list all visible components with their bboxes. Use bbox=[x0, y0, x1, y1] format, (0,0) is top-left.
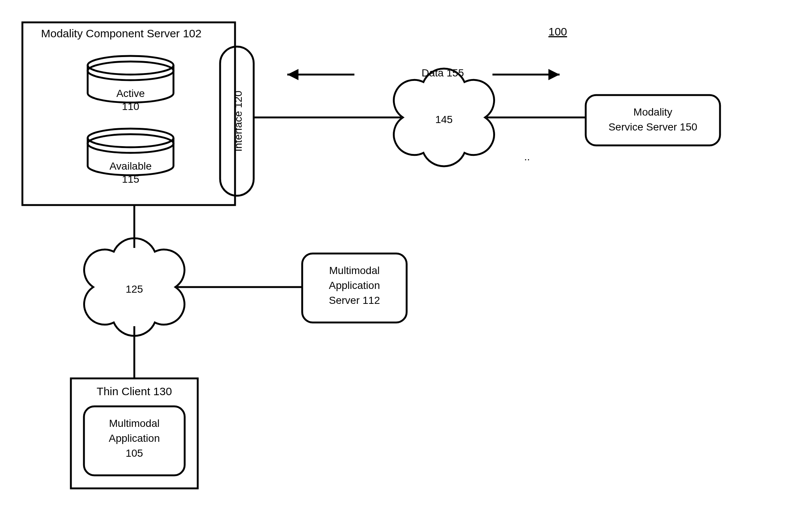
cloud-145-label: 145 bbox=[435, 114, 453, 125]
modality-service-line1: Modality bbox=[633, 106, 672, 118]
db-active-num: 110 bbox=[122, 101, 140, 112]
cloud-145: 145 bbox=[394, 69, 494, 166]
svg-point-2 bbox=[88, 129, 173, 147]
artifact-dots: .. bbox=[524, 151, 530, 163]
arrow-right-head bbox=[548, 69, 560, 80]
cloud-125: 125 bbox=[84, 238, 185, 336]
app-line2: Application bbox=[109, 432, 160, 444]
svg-point-3 bbox=[88, 134, 173, 153]
mas-line1: Multimodal bbox=[329, 265, 379, 276]
db-available: Available 115 bbox=[88, 129, 173, 185]
modality-component-server-title: Modality Component Server 102 bbox=[41, 27, 201, 40]
db-available-label: Available bbox=[109, 160, 151, 172]
mas-line3: Server 112 bbox=[329, 295, 380, 306]
db-available-num: 115 bbox=[122, 173, 140, 185]
modality-service-line2: Service Server 150 bbox=[608, 121, 697, 133]
mas-line2: Application bbox=[329, 280, 380, 291]
thin-client-title: Thin Client 130 bbox=[97, 385, 172, 397]
cloud-125-label: 125 bbox=[126, 283, 143, 295]
svg-point-0 bbox=[88, 56, 173, 75]
db-active-label: Active bbox=[116, 88, 145, 99]
svg-point-1 bbox=[88, 62, 173, 80]
architecture-diagram: 100 Modality Component Server 102 Active… bbox=[0, 0, 795, 532]
app-line1: Multimodal bbox=[109, 418, 159, 429]
app-num: 105 bbox=[126, 447, 143, 459]
modality-service-server-box bbox=[586, 95, 720, 145]
db-active: Active 110 bbox=[88, 56, 173, 112]
interface-label: Interface 120 bbox=[232, 91, 244, 151]
arrow-left-head bbox=[287, 69, 298, 80]
figure-number: 100 bbox=[548, 25, 567, 38]
